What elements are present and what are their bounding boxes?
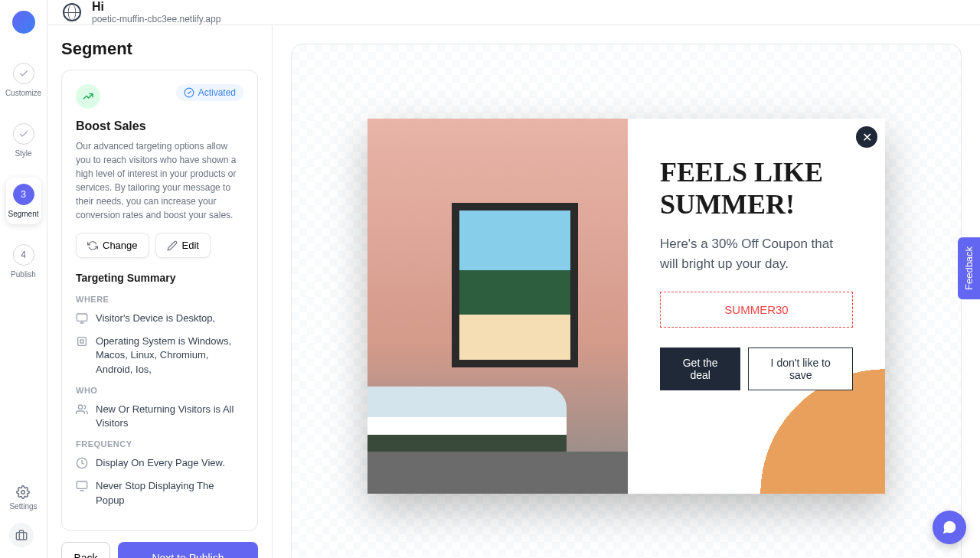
frequency-label: FREQUENCY: [76, 439, 243, 449]
segment-card: Activated Boost Sales Our advanced targe…: [61, 70, 258, 531]
step-label: Style: [15, 149, 31, 158]
step-label: Publish: [11, 270, 36, 279]
feedback-tab[interactable]: Feedback: [958, 237, 980, 299]
monitor-icon: [76, 312, 88, 325]
display-icon: [76, 480, 88, 492]
step-number: 3: [13, 184, 34, 205]
who-label: WHO: [76, 386, 243, 395]
popup-cta-primary[interactable]: Get the deal: [660, 348, 740, 390]
gear-icon: [16, 485, 30, 499]
segment-panel: Segment Activated Boost Sales Our: [47, 25, 273, 558]
refresh-icon: [87, 240, 98, 251]
where-label: WHERE: [76, 295, 243, 304]
segment-title: Boost Sales: [76, 119, 243, 133]
chat-icon: [941, 519, 958, 536]
svg-rect-6: [78, 338, 87, 346]
check-icon: [13, 123, 34, 145]
back-button[interactable]: Back: [61, 542, 110, 558]
close-icon: ✕: [862, 130, 872, 145]
svg-point-8: [78, 405, 82, 409]
where-item: Visitor's Device is Desktop,: [76, 312, 243, 325]
preview-area: FEELS LIKE SUMMER! Here's a 30% Off Coup…: [273, 25, 980, 558]
settings-label: Settings: [9, 502, 37, 511]
site-url: poetic-muffin-cbc3ee.netlify.app: [92, 14, 220, 24]
cpu-icon: [76, 335, 88, 348]
change-button[interactable]: Change: [76, 233, 149, 258]
trend-icon: [76, 84, 100, 109]
header: Hi poetic-muffin-cbc3ee.netlify.app: [47, 0, 980, 25]
pencil-icon: [167, 240, 178, 251]
targeting-heading: Targeting Summary: [76, 272, 243, 284]
users-icon: [76, 403, 88, 416]
app-logo[interactable]: [12, 11, 35, 34]
who-item: New Or Returning Visitors is All Visitor…: [76, 403, 243, 430]
chat-button[interactable]: [933, 511, 966, 544]
sidebar-nav: Customize Style 3 Segment 4 Publish Sett…: [0, 0, 47, 558]
preview-frame: FEELS LIKE SUMMER! Here's a 30% Off Coup…: [291, 44, 962, 558]
nav-step-customize[interactable]: Customize: [6, 57, 41, 103]
next-button[interactable]: Next to Publish: [118, 542, 258, 558]
briefcase-icon: [15, 529, 28, 541]
edit-button[interactable]: Edit: [155, 233, 211, 258]
panel-heading: Segment: [61, 39, 258, 59]
popup-title: FEELS LIKE SUMMER!: [660, 157, 853, 220]
svg-rect-1: [17, 533, 27, 540]
nav-step-style[interactable]: Style: [6, 117, 41, 164]
segment-description: Our advanced targeting options allow you…: [76, 139, 243, 222]
popup-cta-secondary[interactable]: I don't like to save: [748, 348, 853, 390]
step-number: 4: [13, 244, 34, 266]
check-circle-icon: [184, 87, 194, 98]
svg-point-0: [21, 491, 25, 494]
step-label: Segment: [8, 210, 38, 218]
site-title: Hi: [92, 0, 220, 14]
nav-step-segment[interactable]: 3 Segment: [6, 178, 41, 224]
step-label: Customize: [5, 89, 41, 97]
briefcase-button[interactable]: [9, 523, 34, 547]
frequency-item: Never Stop Displaying The Popup: [76, 479, 243, 507]
popup-subtitle: Here's a 30% Off Coupon that will bright…: [660, 234, 853, 273]
where-item: Operating System is Windows, Macos, Linu…: [76, 334, 243, 377]
check-icon: [13, 63, 34, 84]
popup-preview: FEELS LIKE SUMMER! Here's a 30% Off Coup…: [368, 119, 885, 494]
globe-icon: [63, 3, 81, 21]
frequency-item: Display On Every Page View.: [76, 456, 243, 470]
settings-button[interactable]: Settings: [9, 485, 37, 511]
clock-icon: [76, 457, 88, 469]
popup-image: [368, 119, 628, 494]
coupon-code[interactable]: SUMMER30: [660, 292, 853, 328]
status-badge: Activated: [176, 84, 243, 101]
svg-rect-7: [80, 340, 83, 343]
svg-rect-3: [77, 314, 87, 321]
svg-rect-10: [77, 481, 87, 488]
nav-step-publish[interactable]: 4 Publish: [6, 238, 41, 285]
